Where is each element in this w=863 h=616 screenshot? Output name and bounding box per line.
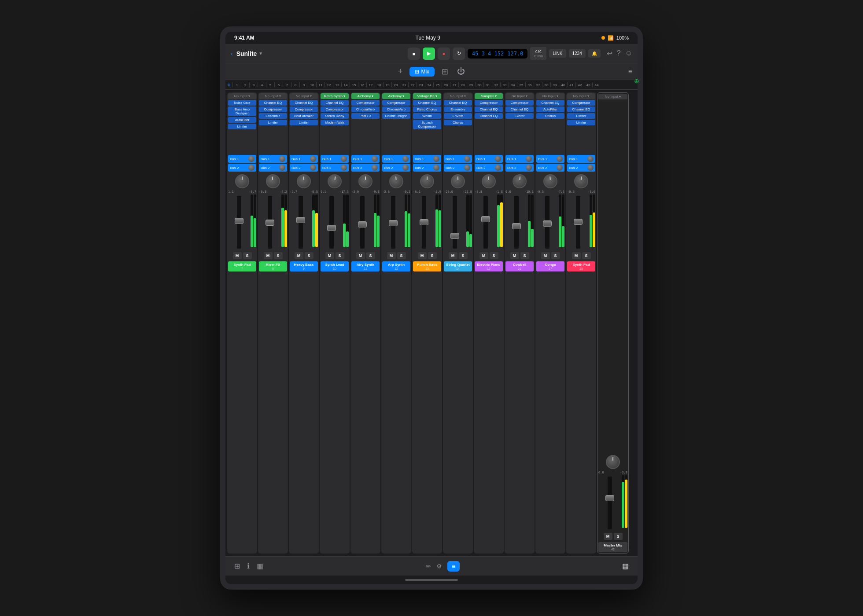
browser-icon[interactable]: ⊞ xyxy=(234,562,240,570)
menu-button[interactable]: ≡ xyxy=(628,68,632,76)
input-selector-8[interactable]: No Input ▾ xyxy=(444,93,472,99)
solo-button-11[interactable]: S xyxy=(551,252,560,259)
plugin-channeleq-3[interactable]: Channel EQ xyxy=(290,100,318,106)
plugin-limiter-2[interactable]: Limiter xyxy=(259,120,287,125)
info-icon[interactable]: ℹ xyxy=(247,562,250,570)
plugin-chromaverb-6[interactable]: ChromaVerb xyxy=(382,106,410,112)
plugin-beat-breaker[interactable]: Beat Breaker xyxy=(290,113,318,119)
solo-button-4[interactable]: S xyxy=(336,252,344,259)
solo-button-8[interactable]: S xyxy=(459,252,468,259)
pan-knob-9[interactable] xyxy=(482,174,496,188)
bus1-button-12[interactable]: Bus 1 xyxy=(567,155,595,163)
metronome-button[interactable]: 🔔 xyxy=(588,49,601,58)
plugin-autofilter-11[interactable]: AutoFilter xyxy=(536,106,564,112)
solo-button-3[interactable]: S xyxy=(305,252,313,259)
stop-button[interactable]: ■ xyxy=(408,48,420,60)
mix-mode-button[interactable]: ⊞ Mix xyxy=(409,67,435,77)
input-selector-2[interactable]: No Input ▾ xyxy=(259,93,287,99)
plugin-stereo-delay[interactable]: Stereo Delay xyxy=(321,113,349,119)
time-signature[interactable]: 4/4 C min xyxy=(530,47,546,60)
bus1-button-11[interactable]: Bus 1 xyxy=(536,155,564,163)
solo-button-12[interactable]: S xyxy=(582,252,591,259)
fader-handle-9[interactable] xyxy=(481,216,490,222)
pan-knob-3[interactable] xyxy=(297,174,311,188)
mute-button-12[interactable]: M xyxy=(572,252,581,259)
mute-button-4[interactable]: M xyxy=(325,252,334,259)
arrange-button[interactable]: ⊞ xyxy=(440,65,450,78)
dropdown-chevron-icon[interactable]: ▼ xyxy=(258,51,263,56)
plugin-channeleq-4[interactable]: Channel EQ xyxy=(321,100,349,106)
bus2-button-12[interactable]: Bus 2 xyxy=(567,164,595,172)
input-selector-11[interactable]: No Input ▾ xyxy=(536,93,564,99)
bus1-button-4[interactable]: Bus 1 xyxy=(321,155,349,163)
pan-knob-2[interactable] xyxy=(265,173,281,189)
plugin-compressor-4[interactable]: Compressor xyxy=(321,106,349,112)
bus2-button-1[interactable]: Bus 2 xyxy=(228,164,256,172)
pan-knob-6[interactable] xyxy=(389,174,404,189)
solo-button-6[interactable]: S xyxy=(397,252,406,259)
input-selector-7[interactable]: Vintage B3 ▾ xyxy=(413,93,441,99)
bus2-button-7[interactable]: Bus 2 xyxy=(413,164,441,172)
fader-handle-11[interactable] xyxy=(543,220,552,227)
plugin-ensemble-8[interactable]: Ensemble xyxy=(444,106,472,112)
mute-button-7[interactable]: M xyxy=(418,252,427,259)
mute-button-5[interactable]: M xyxy=(356,252,365,259)
bus2-button-9[interactable]: Bus 2 xyxy=(475,164,503,172)
power-button[interactable]: ⏻ xyxy=(455,65,467,78)
bus2-button-11[interactable]: Bus 2 xyxy=(536,164,564,172)
plugin-exciter-12[interactable]: Exciter xyxy=(567,113,595,119)
pan-knob-11[interactable] xyxy=(543,174,558,189)
plugin-chorus-11[interactable]: Chorus xyxy=(536,113,564,119)
plugin-limiter-1[interactable]: Limiter xyxy=(228,124,256,129)
plugin-channeleq-11[interactable]: Channel EQ xyxy=(536,100,564,106)
smart-controls-icon[interactable]: ▦ xyxy=(257,562,263,570)
input-selector-5[interactable]: Alchemy ▾ xyxy=(351,93,380,99)
bus1-button-2[interactable]: Bus 1 xyxy=(259,155,287,163)
pencil-tool-button[interactable]: ✏ xyxy=(426,563,431,570)
plugin-autofilter-1[interactable]: AutoFilter xyxy=(228,117,256,123)
pan-knob-12[interactable] xyxy=(574,174,588,188)
plugin-compressor-10[interactable]: Compressor xyxy=(505,100,534,106)
solo-button-9[interactable]: S xyxy=(490,252,498,259)
solo-button-7[interactable]: S xyxy=(428,252,437,259)
bus2-button-4[interactable]: Bus 2 xyxy=(321,164,349,172)
plugin-channeleq-8[interactable]: Channel EQ xyxy=(444,100,472,106)
mute-button-11[interactable]: M xyxy=(541,252,550,259)
input-selector-3[interactable]: No Input ▾ xyxy=(290,93,318,99)
record-button[interactable]: ● xyxy=(438,48,450,60)
plugin-compressor-9[interactable]: Compressor xyxy=(475,100,503,106)
master-pan-knob[interactable] xyxy=(606,455,620,469)
automation-button[interactable]: ⚙ xyxy=(436,563,442,570)
fader-handle-6[interactable] xyxy=(389,220,398,226)
fader-handle-4[interactable] xyxy=(327,225,336,231)
fader-handle-10[interactable] xyxy=(512,223,521,229)
pan-knob-4[interactable] xyxy=(327,173,343,189)
input-selector-4[interactable]: Retro Synth ▾ xyxy=(321,93,349,99)
plugin-retro-chorus[interactable]: Retro Chorus xyxy=(413,106,441,112)
plugin-chorus-8[interactable]: Chorus xyxy=(444,120,472,125)
plugin-compressor-3[interactable]: Compressor xyxy=(290,106,318,112)
master-fader-handle[interactable] xyxy=(605,495,614,501)
plugin-channeleq-7[interactable]: Channel EQ xyxy=(413,100,441,106)
cycle-button[interactable]: ↻ xyxy=(453,48,465,60)
fader-handle-5[interactable] xyxy=(358,221,367,227)
plugin-channeleq-12[interactable]: Channel EQ xyxy=(567,106,595,112)
input-selector-10[interactable]: No Input ▾ xyxy=(505,93,534,99)
solo-button-5[interactable]: S xyxy=(366,252,375,259)
bottom-right-icon[interactable]: ▦ xyxy=(622,562,629,570)
plugin-double-dragon[interactable]: Double Dragon xyxy=(382,113,410,119)
plugin-bass-amp[interactable]: Bass Amp Designer xyxy=(228,106,256,116)
solo-button-2[interactable]: S xyxy=(274,252,283,259)
plugin-chromaverb-5[interactable]: ChromaVerb xyxy=(351,106,380,112)
undo-icon[interactable]: ↩ xyxy=(607,49,612,58)
bus2-button-5[interactable]: Bus 2 xyxy=(351,164,380,172)
plugin-wham[interactable]: Wham xyxy=(413,113,441,119)
mute-button-8[interactable]: M xyxy=(449,252,457,259)
plugin-channeleq-9b[interactable]: Channel EQ xyxy=(475,113,503,119)
plugin-limiter-12[interactable]: Limiter xyxy=(567,120,595,125)
mixer-active-button[interactable]: ≡ xyxy=(447,561,460,572)
plugin-channeleq-9a[interactable]: Channel EQ xyxy=(475,106,503,112)
emoji-icon[interactable]: ☺ xyxy=(625,49,632,58)
fader-handle-12[interactable] xyxy=(574,219,583,225)
plugin-modern-wah[interactable]: Modern Wah xyxy=(321,120,349,125)
